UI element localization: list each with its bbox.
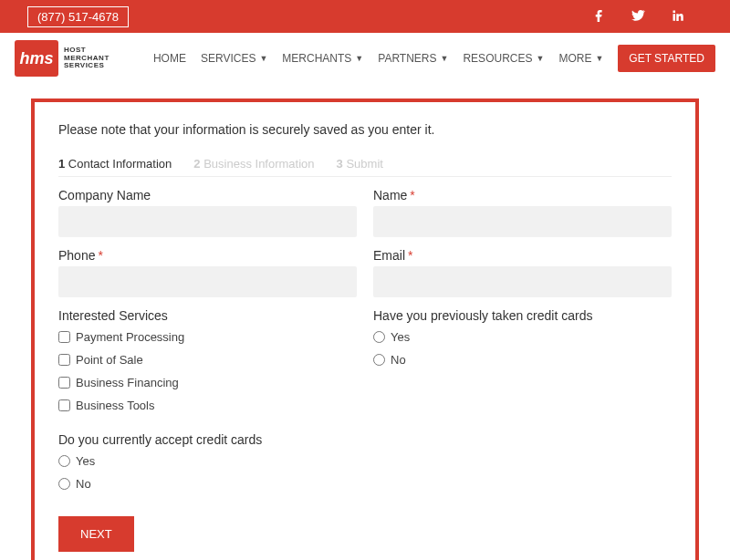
logo-text: HOST MERCHANT SERVICES [64,47,110,70]
accept-cards-no[interactable]: No [58,477,672,491]
nav-menu: HOME SERVICES▼ MERCHANTS▼ PARTNERS▼ RESO… [153,45,715,72]
accept-cards-label: Do you currently accept credit cards [58,432,672,447]
phone-label: Phone* [58,248,357,263]
nav-merchants[interactable]: MERCHANTS▼ [282,52,363,65]
step-business[interactable]: 2 Business Information [193,157,314,171]
step-contact[interactable]: 1 Contact Information [58,157,172,171]
phone-link[interactable]: (877) 517-4678 [27,6,129,27]
main-nav-bar: hms HOST MERCHANT SERVICES HOME SERVICES… [0,33,730,84]
prev-cards-label: Have you previously taken credit cards [373,308,672,323]
chevron-down-icon: ▼ [441,54,449,63]
chevron-down-icon: ▼ [355,54,363,63]
name-input[interactable] [373,206,672,237]
next-button[interactable]: NEXT [58,516,134,552]
form-container: Please note that your information is sec… [31,99,699,560]
step-submit[interactable]: 3 Submit [337,157,383,171]
service-business-financing[interactable]: Business Financing [58,376,357,389]
chevron-down-icon: ▼ [595,54,603,63]
prev-cards-no[interactable]: No [373,353,672,367]
nav-resources[interactable]: RESOURCES▼ [463,52,544,65]
services-label: Interested Services [58,308,357,323]
email-label: Email* [373,248,672,263]
logo[interactable]: hms HOST MERCHANT SERVICES [15,40,110,77]
checkbox[interactable] [58,377,70,389]
service-point-of-sale[interactable]: Point of Sale [58,353,357,367]
chevron-down-icon: ▼ [536,54,544,63]
checkbox[interactable] [58,399,70,411]
radio[interactable] [373,354,385,366]
form-note: Please note that your information is sec… [58,122,672,137]
twitter-icon[interactable] [631,8,645,26]
service-payment-processing[interactable]: Payment Processing [58,330,357,344]
chevron-down-icon: ▼ [259,54,267,63]
checkbox[interactable] [58,331,70,343]
radio[interactable] [58,478,70,490]
nav-home[interactable]: HOME [153,52,186,65]
nav-more[interactable]: MORE▼ [558,52,603,65]
company-label: Company Name [58,188,357,202]
accept-cards-yes[interactable]: Yes [58,454,672,468]
radio[interactable] [58,455,70,467]
checkbox[interactable] [58,354,70,366]
prev-cards-yes[interactable]: Yes [373,330,672,344]
linkedin-icon[interactable] [671,8,684,26]
nav-services[interactable]: SERVICES▼ [201,52,267,65]
social-icons [592,8,712,26]
phone-input[interactable] [58,266,357,297]
nav-partners[interactable]: PARTNERS▼ [378,52,448,65]
name-label: Name* [373,188,672,202]
company-input[interactable] [58,206,357,237]
logo-mark: hms [15,40,58,77]
get-started-button[interactable]: GET STARTED [618,45,715,72]
top-bar: (877) 517-4678 [0,0,730,33]
form-steps: 1 Contact Information 2 Business Informa… [58,157,672,177]
email-input[interactable] [373,266,672,297]
service-business-tools[interactable]: Business Tools [58,399,357,412]
facebook-icon[interactable] [592,8,606,26]
radio[interactable] [373,331,385,343]
